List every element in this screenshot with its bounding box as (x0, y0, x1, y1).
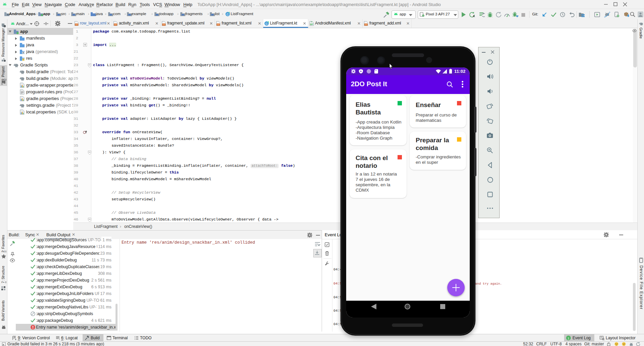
svg-text:C: C (227, 13, 229, 16)
svg-text:<>: <> (114, 23, 117, 26)
svg-text:<>: <> (75, 23, 78, 26)
svg-text:A: A (473, 14, 475, 17)
svg-text:<>: <> (163, 23, 165, 26)
svg-text:MF: MF (310, 23, 313, 26)
svg-text:<>: <> (217, 23, 220, 26)
svg-text:<>: <> (365, 23, 367, 26)
svg-text:1: 1 (567, 337, 569, 340)
svg-text:C: C (266, 22, 268, 26)
